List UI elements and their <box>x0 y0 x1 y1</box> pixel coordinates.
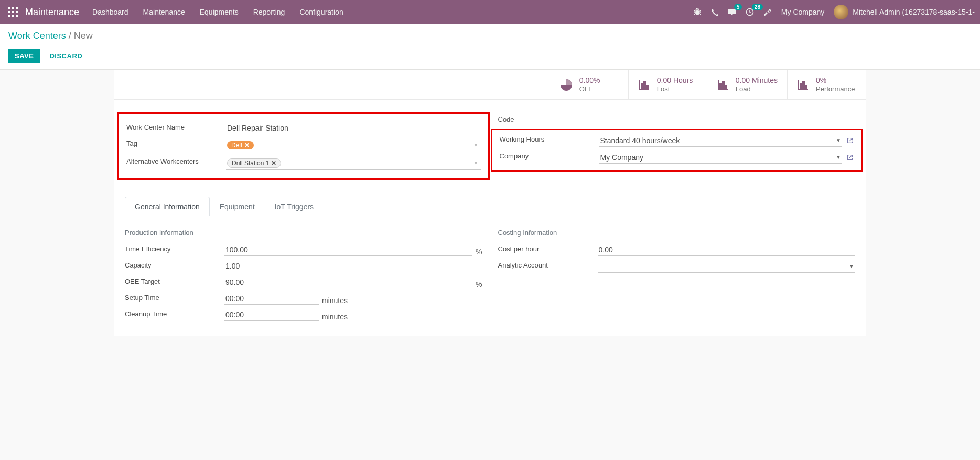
tabs: General Information Equipment IoT Trigge… <box>125 197 855 216</box>
stat-lost[interactable]: 0.00 Hours Lost <box>628 70 707 99</box>
label-working-hours: Working Hours <box>500 132 599 149</box>
nav-maintenance[interactable]: Maintenance <box>143 8 185 16</box>
label-cost-per-hour: Cost per hour <box>498 242 598 258</box>
tag-dell-remove-icon[interactable]: ✕ <box>244 142 250 149</box>
costing-info: Costing Information Cost per hour Analyt… <box>498 229 856 323</box>
highlight-right: Working Hours Standard 40 hours/week ▼ <box>491 129 863 172</box>
form-actions: SAVE DISCARD <box>8 49 972 63</box>
discard-button[interactable]: DISCARD <box>43 49 89 63</box>
tools-icon[interactable] <box>763 8 772 16</box>
breadcrumb-sep: / <box>69 30 74 41</box>
input-tags[interactable]: Dell ✕ ▼ <box>226 138 481 152</box>
tag-dell[interactable]: Dell ✕ <box>227 141 254 149</box>
label-alt: Alternative Workcenters <box>126 154 226 172</box>
tab-iot[interactable]: IoT Triggers <box>265 197 324 216</box>
svg-rect-20 <box>725 85 727 88</box>
breadcrumb-current: New <box>74 30 93 41</box>
input-cleanup-time[interactable] <box>224 309 319 321</box>
breadcrumb: Work Centers / New <box>8 30 972 41</box>
tag-drill-remove-icon[interactable]: ✕ <box>271 159 276 167</box>
nav-menu: Dashboard Maintenance Equipments Reporti… <box>92 8 693 16</box>
nav-reporting[interactable]: Reporting <box>253 8 285 16</box>
user-name: Mitchell Admin (16273178-saas-15-1- <box>853 8 975 16</box>
tab-pane-general: Production Information Time Efficiency %… <box>125 216 855 323</box>
svg-rect-24 <box>803 82 804 88</box>
label-cleanup-time: Cleanup Time <box>125 307 224 323</box>
svg-rect-1 <box>12 7 14 9</box>
stat-load[interactable]: 0.00 Minutes Load <box>707 70 787 99</box>
app-brand[interactable]: Maintenance <box>25 7 79 18</box>
input-capacity[interactable] <box>224 260 379 272</box>
svg-rect-7 <box>12 15 14 17</box>
tab-general[interactable]: General Information <box>125 197 210 216</box>
unit-minutes: minutes <box>322 313 348 321</box>
input-name[interactable] <box>226 122 481 134</box>
save-button[interactable]: SAVE <box>8 49 40 63</box>
chevron-down-icon[interactable]: ▼ <box>849 263 854 269</box>
label-setup-time: Setup Time <box>125 291 224 307</box>
bar-chart-icon <box>717 79 729 91</box>
nav-equipments[interactable]: Equipments <box>200 8 239 16</box>
messages-icon[interactable]: 5 <box>728 8 736 16</box>
tag-drill-station[interactable]: Drill Station 1 ✕ <box>227 158 281 168</box>
chevron-down-icon[interactable]: ▼ <box>473 160 479 166</box>
svg-point-9 <box>695 10 699 15</box>
label-name: Work Center Name <box>126 120 226 136</box>
highlight-left: Work Center Name Tag Dell ✕ <box>117 112 490 180</box>
company-value: My Company <box>600 153 833 162</box>
stat-buttons: 0.00% OEE 0.00 Hours Lost 0.00 Minutes <box>114 70 866 100</box>
unit-percent: % <box>476 280 482 288</box>
stat-oee[interactable]: 0.00% OEE <box>550 70 628 99</box>
label-company: Company <box>500 149 599 166</box>
phone-icon[interactable] <box>711 8 718 16</box>
bug-icon[interactable] <box>693 8 702 16</box>
tag-drill-text: Drill Station 1 <box>232 159 269 167</box>
input-setup-time[interactable] <box>224 293 319 305</box>
input-oee-target[interactable] <box>224 276 472 288</box>
chevron-down-icon[interactable]: ▼ <box>473 142 479 148</box>
label-tag: Tag <box>126 136 226 154</box>
svg-rect-3 <box>8 11 10 13</box>
stat-perf-label: Performance <box>816 85 855 94</box>
svg-rect-15 <box>647 85 648 88</box>
working-hours-value: Standard 40 hours/week <box>600 136 833 145</box>
stat-oee-value: 0.00% <box>579 76 600 85</box>
svg-rect-8 <box>16 15 18 17</box>
production-info: Production Information Time Efficiency %… <box>125 229 482 323</box>
svg-rect-14 <box>644 82 645 88</box>
group-left: Work Center Name Tag Dell ✕ <box>125 112 482 185</box>
company-switcher[interactable]: My Company <box>781 8 824 16</box>
apps-icon[interactable] <box>5 4 21 20</box>
user-menu[interactable]: Mitchell Admin (16273178-saas-15-1- <box>834 5 975 19</box>
input-alt-workcenters[interactable]: Drill Station 1 ✕ ▼ <box>226 156 481 170</box>
svg-rect-6 <box>8 15 10 17</box>
group-right: Code Working Hours Standard 40 hours/wee… <box>498 112 856 185</box>
activities-icon[interactable]: 28 <box>746 8 754 16</box>
unit-minutes: minutes <box>322 296 348 305</box>
section-production-title: Production Information <box>125 229 482 237</box>
input-cost-per-hour[interactable] <box>598 244 856 256</box>
input-working-hours[interactable]: Standard 40 hours/week ▼ <box>599 134 843 147</box>
nav-configuration[interactable]: Configuration <box>299 8 343 16</box>
input-analytic-account[interactable]: ▼ <box>598 260 856 273</box>
breadcrumb-parent[interactable]: Work Centers <box>8 30 66 41</box>
bar-chart-icon <box>797 79 810 91</box>
input-code[interactable] <box>598 114 856 126</box>
chevron-down-icon[interactable]: ▼ <box>836 154 841 160</box>
stat-performance[interactable]: 0% Performance <box>787 70 866 99</box>
section-costing-title: Costing Information <box>498 229 856 237</box>
svg-rect-13 <box>641 84 643 88</box>
navbar: Maintenance Dashboard Maintenance Equipm… <box>0 0 980 24</box>
tab-equipment[interactable]: Equipment <box>210 197 265 216</box>
user-avatar <box>834 5 848 19</box>
stat-lost-label: Lost <box>657 85 693 94</box>
svg-rect-18 <box>720 84 721 88</box>
external-link-icon[interactable] <box>846 154 854 161</box>
label-efficiency: Time Efficiency <box>125 242 224 258</box>
input-efficiency[interactable] <box>224 244 472 256</box>
nav-dashboard[interactable]: Dashboard <box>92 8 128 16</box>
input-company[interactable]: My Company ▼ <box>599 151 843 164</box>
chevron-down-icon[interactable]: ▼ <box>836 137 841 143</box>
external-link-icon[interactable] <box>846 137 854 144</box>
unit-percent: % <box>476 248 482 256</box>
